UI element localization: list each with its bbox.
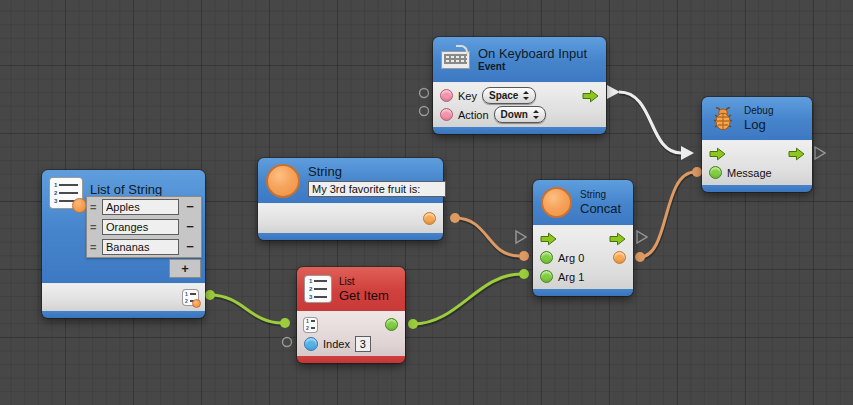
item-output-port[interactable] <box>385 318 398 331</box>
string-type-dot-icon <box>72 198 87 213</box>
index-input[interactable] <box>355 336 371 352</box>
node-debug-log[interactable]: Debug Log Message <box>702 97 812 192</box>
action-label: Action <box>458 109 489 121</box>
string-circle-icon <box>541 187 572 218</box>
key-label: Key <box>458 90 477 102</box>
port-row-action: Action Down <box>433 105 606 124</box>
bug-icon <box>710 106 736 132</box>
node-footer <box>702 185 812 192</box>
node-header[interactable]: 1 2 3 List of String = − = − = <box>42 170 205 283</box>
wire-concat-to-message[interactable] <box>640 172 695 257</box>
unconnected-triangle-concat-out[interactable] <box>637 231 647 243</box>
list-item-input[interactable] <box>102 199 179 215</box>
node-header[interactable]: 1 2 3 List Get Item <box>297 267 405 311</box>
graph-canvas[interactable]: On Keyboard Input Event Key Space Action <box>0 0 853 405</box>
node-header[interactable]: String <box>258 158 443 203</box>
port-row-key: Key Space <box>433 86 606 105</box>
string-circle-icon <box>266 164 300 198</box>
control-output-port[interactable] <box>582 89 599 103</box>
drag-handle-icon[interactable]: = <box>90 242 99 252</box>
list-output-port[interactable]: 1 2 <box>183 290 198 305</box>
action-dropdown-value: Down <box>501 109 528 120</box>
wire-end-arrowhead[interactable] <box>681 146 694 160</box>
index-port[interactable] <box>304 337 318 351</box>
wire-dot[interactable] <box>450 213 460 223</box>
wire-dot[interactable] <box>635 252 645 262</box>
wire-keyboard-to-log[interactable] <box>619 92 681 153</box>
remove-item-button[interactable]: − <box>182 199 198 215</box>
control-flow-row <box>702 144 812 163</box>
list-item-row: = − <box>87 237 201 257</box>
dropdown-arrows-icon <box>522 91 529 100</box>
wire-dot[interactable] <box>205 290 215 300</box>
remove-item-button[interactable]: − <box>182 239 198 255</box>
control-input-port[interactable] <box>540 232 557 246</box>
message-port[interactable] <box>709 166 722 179</box>
node-list-of-string[interactable]: 1 2 3 List of String = − = − = <box>42 170 205 318</box>
node-surtitle: Debug <box>744 105 773 117</box>
wire-getitem-to-arg1[interactable] <box>413 274 521 324</box>
arg0-label: Arg 0 <box>558 252 584 264</box>
node-header[interactable]: Debug Log <box>702 97 812 140</box>
list-item-input[interactable] <box>102 239 179 255</box>
control-flow-row <box>533 229 633 248</box>
node-on-keyboard-input[interactable]: On Keyboard Input Event Key Space Action <box>433 37 606 134</box>
output-row <box>258 209 443 228</box>
list-input-port[interactable]: 1 2 <box>304 318 317 332</box>
node-get-item[interactable]: 1 2 3 List Get Item 1 2 Index <box>297 267 405 363</box>
message-label: Message <box>727 167 772 179</box>
arg0-port[interactable] <box>540 251 553 264</box>
add-item-box: + <box>169 259 201 278</box>
string-value-input[interactable] <box>308 181 446 197</box>
wire-dot[interactable] <box>519 251 529 261</box>
wire-start-triangle[interactable] <box>607 85 620 99</box>
control-input-port[interactable] <box>709 147 726 161</box>
output-row: 1 2 <box>42 288 205 307</box>
unconnected-circle-action[interactable] <box>420 107 429 116</box>
keyboard-icon <box>441 51 470 69</box>
node-header[interactable]: String Concat <box>533 180 633 225</box>
arg1-label: Arg 1 <box>558 271 584 283</box>
node-title: List of String <box>90 182 162 197</box>
node-surtitle: String <box>580 189 621 201</box>
wire-dot[interactable] <box>408 319 418 329</box>
list-icon: 1 2 3 <box>50 178 82 208</box>
node-string-literal[interactable]: String <box>258 158 443 240</box>
port-row-arg0: Arg 0 <box>533 248 633 267</box>
remove-item-button[interactable]: − <box>182 219 198 235</box>
node-title: Log <box>744 117 773 132</box>
list-item-input[interactable] <box>102 219 179 235</box>
list-editor: = − = − = − <box>86 196 202 258</box>
wire-string-to-arg0[interactable] <box>455 218 519 256</box>
wire-dot[interactable] <box>280 318 290 328</box>
list-item-row: = − <box>87 217 201 237</box>
arg1-port[interactable] <box>540 270 553 283</box>
node-concat[interactable]: String Concat Arg 0 Arg 1 <box>533 180 633 296</box>
drag-handle-icon[interactable]: = <box>90 222 99 232</box>
unconnected-circle-index[interactable] <box>283 338 292 347</box>
result-output-port[interactable] <box>613 251 626 264</box>
string-output-port[interactable] <box>423 212 436 225</box>
index-label: Index <box>323 338 350 350</box>
unconnected-triangle-concat-in[interactable] <box>516 231 526 243</box>
action-port[interactable] <box>440 108 453 121</box>
wire-dot[interactable] <box>519 269 529 279</box>
node-header[interactable]: On Keyboard Input Event <box>433 37 606 82</box>
port-row-message: Message <box>702 163 812 182</box>
wire-dot[interactable] <box>692 167 702 177</box>
list-icon: 1 2 3 <box>305 276 331 302</box>
unconnected-triangle-log-out[interactable] <box>815 147 825 159</box>
drag-handle-icon[interactable]: = <box>90 202 99 212</box>
key-dropdown[interactable]: Space <box>482 87 536 104</box>
key-port[interactable] <box>440 89 453 102</box>
add-item-button[interactable]: + <box>177 261 193 277</box>
action-dropdown[interactable]: Down <box>494 106 546 123</box>
control-output-port[interactable] <box>609 232 626 246</box>
node-title: On Keyboard Input <box>478 46 587 61</box>
node-title: String <box>308 164 446 179</box>
node-title: Get Item <box>339 288 389 303</box>
unconnected-circle-key[interactable] <box>420 89 429 98</box>
port-row-arg1: Arg 1 <box>533 267 633 286</box>
list-io-row: 1 2 <box>297 315 405 334</box>
control-output-port[interactable] <box>788 147 805 161</box>
